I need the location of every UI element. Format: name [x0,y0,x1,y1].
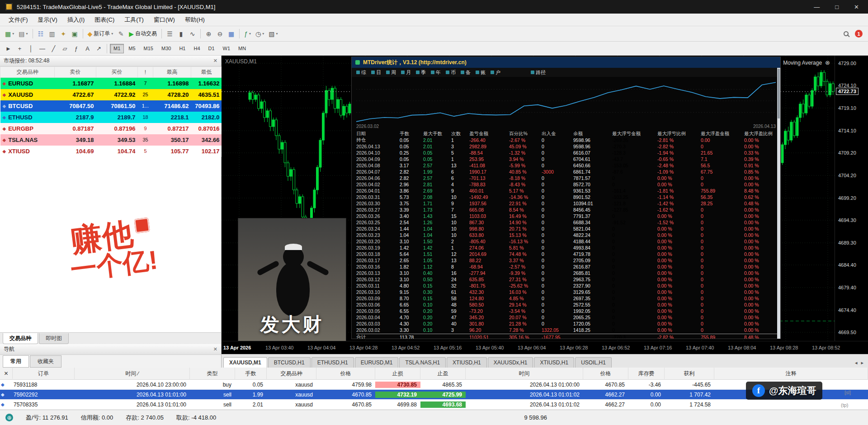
market-watch-row[interactable]: ◆BTCUSD70847.5070861.501...71486.6270493… [0,100,222,112]
chart-canvas[interactable]: XAUUSD,M1 Moving Average ⊗ 发大财 [222,56,835,341]
mtdriver-menu-户[interactable]: 户 [491,69,500,76]
market-watch-row[interactable]: ◆EURUSD1.168771.1688471.168981.16632 [0,78,222,89]
mtdriver-menu-备[interactable]: 备 [461,69,471,76]
data-window-toggle[interactable]: ▥ [47,28,58,39]
cursor-tool[interactable]: ► [3,43,14,54]
tab-scroll-right-icon[interactable]: ▸ [861,360,863,366]
chart-tab-BTCUSD,H1[interactable]: BTCUSD,H1 [268,357,311,368]
metaeditor-button[interactable]: ✎ [115,28,127,39]
tab-scroll-left-icon[interactable]: ◂ [855,360,858,366]
tile-windows-button[interactable]: ▦ [226,28,237,39]
mw-col-header[interactable]: 卖价 [55,67,96,78]
price-scale[interactable]: 4729.004724.104719.104714.104709.204704.… [835,56,868,341]
chart-tab-XTIUSD,H1[interactable]: XTIUSD,H1 [447,357,487,368]
timeframe-m30[interactable]: M30 [158,44,175,53]
mtdriver-menu-月[interactable]: 月 [401,69,411,76]
timeframe-h1[interactable]: H1 [175,44,189,53]
terminal-toggle[interactable]: ▣ [69,28,80,39]
orders-col-header[interactable]: 手数 [235,368,267,380]
time-axis[interactable]: 13 Apr 202613 Apr 03:4013 Apr 04:0413 Ap… [222,341,868,354]
bar-chart-button[interactable]: ☰ [164,28,175,39]
menu-item[interactable]: 工具(T) [119,14,149,26]
minimize-button[interactable]: — [814,4,820,10]
navigator-toggle[interactable]: ✦ [58,28,69,39]
orders-col-header[interactable]: 时间 ∕ [75,368,190,380]
channel-tool[interactable]: ▱ [59,43,71,54]
orders-col-header[interactable]: 获利 [665,368,714,380]
orders-col-header[interactable]: 时间 [466,368,583,380]
menu-item[interactable]: 文件(F) [4,14,33,26]
mtdriver-menu-日[interactable]: 日 [371,69,381,76]
timeframe-d1[interactable]: D1 [205,44,218,53]
market-watch-tab-交易品种[interactable]: 交易品种 [3,333,38,344]
mtdriver-menu-币[interactable]: 币 [446,69,456,76]
crosshair-tool[interactable]: + [14,43,25,54]
menu-item[interactable]: 图表(C) [90,14,119,26]
mw-col-header[interactable]: 买价 [96,67,138,78]
chart-tab-TSLA.NAS,H1[interactable]: TSLA.NAS,H1 [399,357,446,368]
market-watch-toggle[interactable]: ☷ [35,28,47,39]
menu-item[interactable]: 帮助(H) [180,14,210,26]
chart-tab-XTIUSD,H1[interactable]: XTIUSD,H1 [534,357,574,368]
timeframe-m15[interactable]: M15 [140,44,157,53]
timeframe-m1[interactable]: M1 [110,44,124,53]
line-chart-button[interactable]: ∿ [187,28,198,39]
zoom-in-button[interactable]: ⊕ [203,28,214,39]
mtdriver-menu-账[interactable]: 账 [476,69,486,76]
indicator-close-icon[interactable]: ⊗ [825,59,830,66]
menu-item[interactable]: 窗口(W) [149,14,180,26]
order-row[interactable]: ◆757083352026.04.13 01:01:00sell2.01xauu… [0,400,868,410]
mtdriver-menu-年[interactable]: 年 [431,69,441,76]
order-row[interactable]: ◆759022922026.04.13 01:01:00sell1.99xauu… [0,390,868,400]
navigator-tab-收藏夹[interactable]: 收藏夹 [30,355,61,368]
horizontal-line-tool[interactable]: — [37,43,48,54]
navigator-tab-常用[interactable]: 常用 [3,355,29,368]
menu-item[interactable]: 插入(I) [62,14,90,26]
market-watch-close-icon[interactable]: ✕ [213,58,217,64]
market-watch-row[interactable]: ◆ETHUSD2187.92189.7182218.12182.0 [0,112,222,123]
close-button[interactable]: ✕ [854,4,859,10]
mw-col-header[interactable]: ! [138,67,153,78]
candle-chart-button[interactable]: ▮ [175,28,187,39]
indicators-button[interactable]: ƒ▾ [242,28,253,39]
vertical-line-tool[interactable]: │ [25,43,37,54]
mtdriver-scrollbar[interactable] [777,68,780,339]
periods-button[interactable]: ◷▾ [253,28,266,39]
orders-col-header[interactable]: 交易品种 [267,368,316,380]
text-tool[interactable]: A [82,43,93,54]
mw-col-header[interactable]: 交易品种 [0,67,55,78]
new-order-button[interactable]: ◆新订单▾ [85,28,116,39]
chart-tab-EURUSD,M1[interactable]: EURUSD,M1 [355,357,399,368]
order-row[interactable]: ◆759311882026.04.10 23:00:00buy0.05xauus… [0,380,868,390]
market-watch-row[interactable]: ◆TSLA.NAS349.18349.5335350.17342.66 [0,134,222,146]
new-chart-button[interactable]: ▦▾ [3,28,16,39]
market-watch-row[interactable]: ◆XTIUSD104.69104.745105.77102.17 [0,146,222,157]
mtdriver-titlebar[interactable]: MTDriver统计，V3.12 (http://mtdriver.cn) [352,57,780,68]
zoom-out-button[interactable]: ⊖ [214,28,226,39]
orders-col-header[interactable]: 注释 [714,368,868,380]
notification-badge[interactable]: 1 [855,30,863,38]
trendline-tool[interactable]: ╱ [48,43,59,54]
timeframe-h4[interactable]: H4 [190,44,203,53]
timeframe-mn[interactable]: MN [235,44,250,53]
orders-col-header[interactable]: 止损 [375,368,420,380]
orders-col-header[interactable]: 止盈 [420,368,466,380]
orders-col-header[interactable]: 价格 [583,368,628,380]
autotrading-button[interactable]: ▶自动交易 [127,28,159,39]
navigator-close-icon[interactable]: ✕ [213,346,217,352]
orders-col-header[interactable]: 类型 [190,368,235,380]
search-icon[interactable] [844,31,849,36]
template-button[interactable]: ▧▾ [266,28,280,39]
orders-col-header[interactable]: 订单 [13,368,75,380]
orders-col-header[interactable]: 价格 [316,368,375,380]
chart-tab-USOIL,H1[interactable]: USOIL,H1 [575,357,612,368]
mtdriver-menu-季[interactable]: 季 [416,69,426,76]
chart-tab-ETHUSD,H1[interactable]: ETHUSD,H1 [311,357,354,368]
chart-tab-XAUUSD,M1[interactable]: XAUUSD,M1 [223,357,267,368]
fibonacci-tool[interactable]: ƒ [71,43,82,54]
mtdriver-menu-path[interactable]: 路径 [531,69,546,76]
scrollbar-thumb[interactable] [778,69,780,118]
mtdriver-menu-周[interactable]: 周 [386,69,396,76]
market-watch-row[interactable]: ◆EURGBP0.871870.8719690.872170.87016 [0,123,222,134]
mtdriver-menu-综[interactable]: 综 [356,69,366,76]
